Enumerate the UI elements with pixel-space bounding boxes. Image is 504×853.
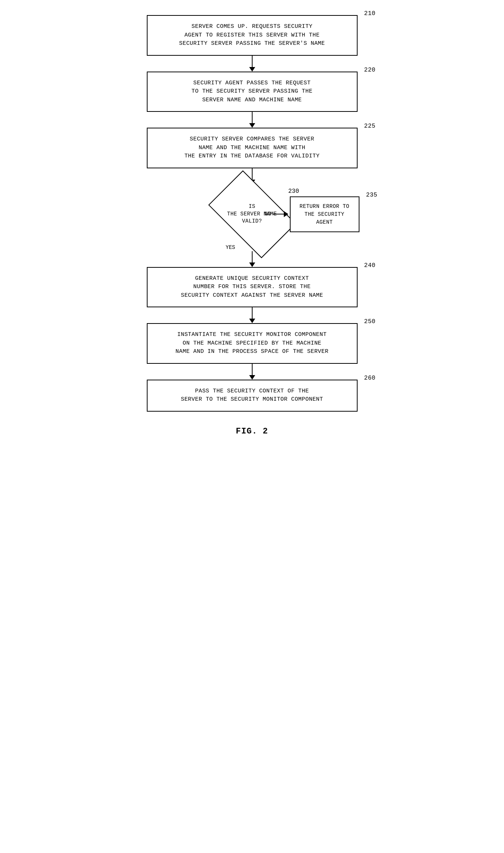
step-240-text: GENERATE UNIQUE SECURITY CONTEXTNUMBER F… [181, 275, 323, 299]
arrow-line [252, 307, 253, 319]
step-235-label: 235 [366, 190, 377, 199]
arrow-line [252, 112, 253, 123]
step-210-text: SERVER COMES UP. REQUESTS SECURITYAGENT … [179, 23, 325, 47]
no-arrow-head [284, 211, 288, 217]
arrow-head [249, 67, 255, 72]
step-250-box: 250 INSTANTIATE THE SECURITY MONITOR COM… [147, 323, 358, 364]
step-225-label: 225 [364, 122, 375, 131]
no-branch: NO 235 RETURN ERROR TOTHE SECURITY AGENT [265, 196, 359, 232]
arrow-6 [249, 364, 255, 380]
step-260-label: 260 [364, 374, 375, 383]
step-240-label: 240 [364, 261, 375, 270]
arrow-5 [249, 307, 255, 323]
error-box-container: 235 RETURN ERROR TOTHE SECURITY AGENT [290, 196, 359, 232]
step-220-box: 220 SECURITY AGENT PASSES THE REQUESTTO … [147, 72, 358, 112]
flowchart-diagram: 210 SERVER COMES UP. REQUESTS SECURITYAG… [120, 15, 384, 436]
arrow-line [252, 56, 253, 67]
arrow-line [252, 251, 253, 262]
figure-caption: FIG. 2 [236, 427, 268, 436]
step-250-text: INSTANTIATE THE SECURITY MONITOR COMPONE… [175, 331, 328, 355]
arrow-1 [249, 56, 255, 72]
arrow-line [252, 364, 253, 375]
step-230-label: 230 [288, 188, 299, 195]
step-260-box: 260 PASS THE SECURITY CONTEXT OF THESERV… [147, 380, 358, 412]
step-225-box: 225 SECURITY SERVER COMPARES THE SERVERN… [147, 128, 358, 168]
arrow-head [249, 262, 255, 267]
arrow-2 [249, 112, 255, 128]
step-220-label: 220 [364, 66, 375, 75]
decision-230-wrapper: 230 IS THE SERVER NAME VALID? NO 235 RET… [147, 184, 358, 244]
arrow-head [249, 375, 255, 380]
yes-label: YES [226, 244, 235, 250]
arrow-4 [249, 251, 255, 267]
step-235-text: RETURN ERROR TOTHE SECURITY AGENT [300, 203, 349, 225]
no-arrow-line [273, 214, 284, 215]
arrow-head [249, 123, 255, 128]
step-235-box: 235 RETURN ERROR TOTHE SECURITY AGENT [290, 196, 359, 232]
step-210-label: 210 [364, 9, 375, 18]
step-240-box: 240 GENERATE UNIQUE SECURITY CONTEXTNUMB… [147, 267, 358, 308]
step-225-text: SECURITY SERVER COMPARES THE SERVERNAME … [184, 136, 320, 159]
arrow-head [249, 319, 255, 323]
step-250-label: 250 [364, 317, 375, 326]
step-210-box: 210 SERVER COMES UP. REQUESTS SECURITYAG… [147, 15, 358, 56]
arrow-line [252, 168, 253, 180]
step-260-text: PASS THE SECURITY CONTEXT OF THESERVER T… [181, 388, 323, 403]
no-label: NO [265, 211, 271, 217]
step-220-text: SECURITY AGENT PASSES THE REQUESTTO THE … [192, 80, 312, 103]
